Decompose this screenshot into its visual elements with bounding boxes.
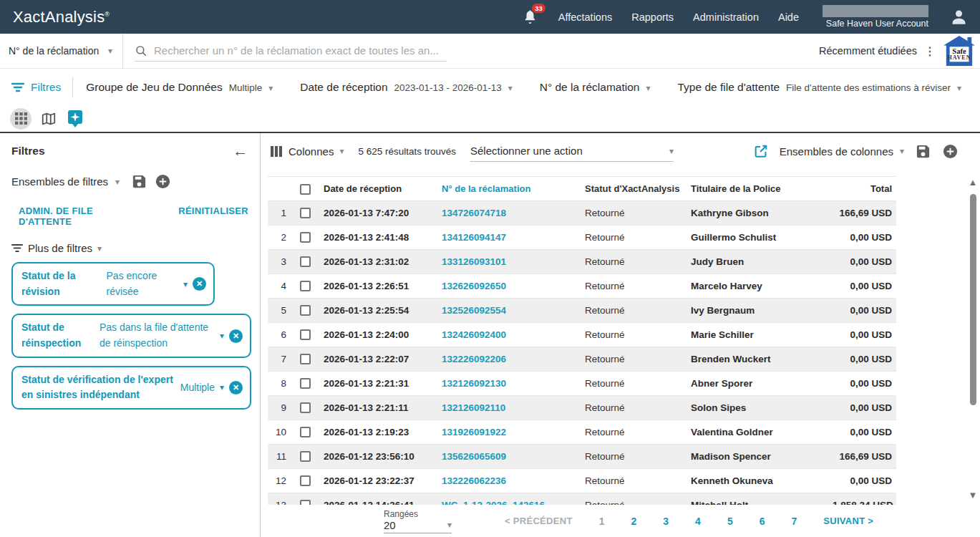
kebab-menu-icon[interactable]: ⋮ (924, 44, 936, 58)
row-checkbox[interactable] (300, 329, 311, 340)
row-checkbox[interactable] (300, 256, 311, 267)
row-number: 6 (268, 323, 291, 347)
recently-viewed-link[interactable]: Récemment étudiées (819, 45, 917, 57)
search-input[interactable] (154, 44, 447, 57)
claim-number-link[interactable]: 132126092110 (442, 402, 505, 413)
filter-sets-dropdown[interactable]: Ensembles de filtres (11, 175, 108, 188)
rows-per-page-select[interactable]: Rangées 20 ▾ (384, 509, 452, 533)
header-date-received[interactable]: Date de réception (319, 177, 437, 201)
nav-item-affectations[interactable]: Affectations (558, 11, 613, 23)
nav-item-aide[interactable]: Aide (778, 11, 799, 23)
chevron-down-icon[interactable]: ▾ (183, 280, 188, 289)
grid-view-button[interactable] (10, 108, 31, 130)
row-checkbox[interactable] (300, 402, 311, 413)
page-number[interactable]: 6 (760, 516, 765, 527)
rows-per-page-value: 20 (384, 519, 396, 531)
scroll-down-icon[interactable]: ▼ (969, 490, 978, 500)
column-sets-dropdown[interactable]: Ensembles de colonnes ▾ (780, 145, 904, 158)
header-xactanalysis-status[interactable]: Statut d'XactAnalysis (581, 177, 687, 201)
select-all-checkbox[interactable] (300, 184, 311, 195)
map-view-button[interactable] (39, 110, 58, 128)
nav-item-administration[interactable]: Administration (693, 11, 759, 23)
page-number[interactable]: 2 (631, 516, 636, 527)
cell-total: 0,00 USD (828, 226, 896, 250)
row-checkbox[interactable] (300, 475, 311, 486)
filter-claim-number-dropdown[interactable]: N° de la réclamation ▾ (540, 81, 651, 94)
columns-icon (271, 145, 283, 158)
cell-date-received: 2026-01-13 2:41:48 (319, 226, 437, 250)
open-in-new-icon[interactable] (753, 143, 769, 159)
scroll-up-icon[interactable]: ▲ (969, 178, 978, 187)
cell-status: Retourné (581, 323, 687, 347)
columns-label: Colonnes (288, 145, 334, 158)
row-checkbox[interactable] (300, 281, 311, 291)
table-row: 62026-01-13 2:24:00132426092400RetournéM… (268, 323, 896, 347)
filter-chip-review-status[interactable]: Statut de la révision Pas encore révisée… (11, 262, 215, 306)
pin-star-view-button[interactable] (66, 110, 84, 128)
claim-number-link[interactable]: 132426092400 (442, 329, 506, 340)
next-page-button[interactable]: SUIVANT > (823, 516, 873, 526)
row-checkbox[interactable] (300, 354, 311, 364)
page-number[interactable]: 5 (727, 516, 733, 527)
add-column-set-icon[interactable] (942, 143, 959, 160)
row-checkbox[interactable] (300, 427, 311, 437)
reset-filters-link[interactable]: RÉINITIALISER (178, 205, 248, 227)
row-checkbox[interactable] (300, 378, 311, 389)
map-icon (41, 111, 57, 127)
notifications-bell-icon[interactable]: 33 (522, 9, 539, 26)
filters-toggle-button[interactable]: Filtres (11, 77, 73, 98)
more-filters-dropdown[interactable]: Plus de filtres ▾ (11, 242, 248, 254)
row-checkbox[interactable] (300, 305, 311, 316)
remove-chip-icon[interactable]: ✕ (229, 381, 243, 395)
filter-chip-reinspection-status[interactable]: Statut de réinspection Pas dans la file … (11, 314, 251, 357)
claim-number-link[interactable]: 134126094147 (442, 232, 506, 243)
claim-number-link[interactable]: 132526092554 (442, 305, 506, 316)
save-column-set-icon[interactable] (915, 143, 931, 160)
claim-number-link[interactable]: 132626092650 (442, 281, 506, 291)
row-number: 11 (268, 445, 291, 469)
scrollbar-thumb[interactable] (970, 194, 976, 405)
search-scope-dropdown[interactable]: N° de la réclamation ▾ (0, 34, 123, 68)
claim-number-link[interactable]: 132126092130 (442, 378, 506, 389)
filter-date-received-dropdown[interactable]: Date de réception 2023-01-13 - 2026-01-1… (300, 81, 513, 94)
claim-number-link[interactable]: 135626065609 (442, 451, 506, 462)
filter-queue-type-dropdown[interactable]: Type de file d'attente File d'attente de… (678, 81, 962, 94)
claim-number-link[interactable]: 131926091922 (442, 427, 506, 437)
header-total[interactable]: Total (828, 177, 896, 201)
chevron-down-icon[interactable]: ▾ (220, 332, 224, 340)
row-checkbox[interactable] (300, 208, 311, 218)
chevron-down-icon[interactable]: ▾ (220, 383, 224, 392)
save-filter-set-icon[interactable] (131, 173, 147, 190)
page-number[interactable]: 7 (791, 516, 797, 527)
claim-number-link[interactable]: 133126093101 (442, 256, 506, 267)
row-checkbox-cell (291, 347, 319, 372)
claim-number-link[interactable]: WC_1-12-2026_143616 (442, 500, 545, 505)
filter-dataset-group-dropdown[interactable]: Groupe de Jeu de Données Multiple ▾ (86, 81, 273, 94)
remove-chip-icon[interactable]: ✕ (229, 329, 243, 343)
claim-number-link[interactable]: 132226062236 (442, 475, 506, 486)
filter-value: Multiple (229, 82, 263, 93)
add-filter-set-icon[interactable] (155, 173, 171, 190)
row-number: 12 (268, 469, 291, 493)
filter-chip-ia-verification-status[interactable]: Statut de vérification de l'expert en si… (11, 366, 251, 410)
claim-number-link[interactable]: 132226092206 (442, 354, 506, 364)
claim-number-link[interactable]: 134726074718 (442, 208, 506, 218)
row-checkbox[interactable] (300, 232, 311, 243)
queue-admin-link[interactable]: ADMIN. DE FILE D'ATTENTE (19, 205, 148, 227)
nav-item-rapports[interactable]: Rapports (631, 11, 674, 23)
page-number[interactable]: 3 (663, 516, 669, 527)
row-checkbox-cell (291, 323, 319, 347)
row-checkbox[interactable] (300, 451, 311, 462)
header-claim-number[interactable]: N° de la réclamation (437, 177, 581, 201)
user-avatar-icon[interactable] (949, 7, 969, 26)
vertical-scrollbar[interactable]: ▲ ▼ (968, 178, 978, 500)
remove-chip-icon[interactable]: ✕ (193, 277, 206, 291)
collapse-sidebar-arrow-icon[interactable]: ← (233, 143, 248, 159)
cell-total: 1 858,34 USD (828, 493, 896, 505)
columns-dropdown[interactable]: Colonnes ▾ (271, 145, 344, 158)
header-policyholder[interactable]: Titulaire de la Police (687, 177, 828, 201)
select-action-dropdown[interactable]: Sélectionner une action ▾ (470, 140, 674, 162)
account-block[interactable]: Safe Haven User Account (823, 5, 928, 29)
cell-total: 0,00 USD (828, 372, 896, 396)
page-number[interactable]: 4 (695, 516, 701, 527)
